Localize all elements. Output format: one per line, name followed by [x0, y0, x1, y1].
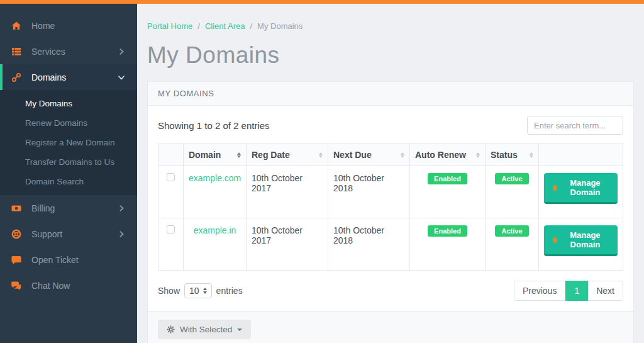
- breadcrumb-link-portal-home[interactable]: Portal Home: [147, 21, 192, 31]
- sidebar: Home Services Domains My Domains Renew D…: [0, 4, 137, 343]
- caret-down-icon: [237, 329, 242, 331]
- table-header-row: Domain Reg Date Next Due: [158, 144, 623, 166]
- submenu-item-my-domains[interactable]: My Domains: [0, 94, 137, 113]
- submenu-item-register-new-domain[interactable]: Register a New Domain: [0, 133, 137, 152]
- chevron-right-icon: [117, 204, 126, 213]
- main-content: Portal Home / Client Area / My Domains M…: [137, 4, 644, 343]
- table-row: example.com 10th October 2017 10th Octob…: [158, 166, 623, 218]
- breadcrumb: Portal Home / Client Area / My Domains: [147, 21, 634, 31]
- table-toolbar: Showing 1 to 2 of 2 entries: [158, 116, 623, 135]
- submenu-item-transfer-domains[interactable]: Transfer Domains to Us: [0, 152, 137, 172]
- domain-link[interactable]: example.com: [189, 173, 241, 183]
- page-title: My Domains: [147, 42, 634, 69]
- panel-header: MY DOMAINS: [148, 82, 633, 106]
- sidebar-item-label: Services: [31, 47, 65, 57]
- header-label: Next Due: [333, 150, 372, 160]
- sidebar-item-services[interactable]: Services: [0, 38, 137, 64]
- previous-page-button[interactable]: Previous: [514, 281, 565, 301]
- header-domain[interactable]: Domain: [184, 144, 247, 166]
- home-icon: [9, 21, 24, 31]
- header-next-due[interactable]: Next Due: [328, 144, 410, 166]
- panel-body: Showing 1 to 2 of 2 entries Domain Re: [148, 106, 633, 311]
- services-icon: [9, 47, 24, 57]
- chevron-right-icon: [117, 230, 126, 239]
- auto-renew-badge: Enabled: [428, 173, 467, 184]
- sort-icon: [401, 152, 404, 158]
- row-checkbox[interactable]: [167, 225, 175, 233]
- ticket-comment-icon: [9, 255, 24, 265]
- header-auto-renew[interactable]: Auto Renew: [410, 144, 486, 166]
- sidebar-item-label: Support: [31, 229, 62, 239]
- sidebar-item-home[interactable]: Home: [0, 13, 137, 38]
- header-actions: [539, 144, 623, 166]
- status-badge: Active: [495, 225, 528, 237]
- reg-date-cell: 10th October 2017: [247, 166, 328, 218]
- sidebar-item-label: Billing: [31, 203, 55, 213]
- sort-icon: [530, 152, 533, 158]
- chevron-right-icon: [117, 47, 126, 56]
- wrench-dot-icon: [553, 185, 557, 191]
- gear-icon: [167, 325, 175, 334]
- panel-footer: With Selected: [148, 311, 633, 343]
- sidebar-item-support[interactable]: Support: [0, 221, 137, 247]
- my-domains-panel: MY DOMAINS Showing 1 to 2 of 2 entries D…: [147, 81, 634, 343]
- domains-link-icon: [9, 72, 24, 82]
- sort-icon: [476, 152, 480, 158]
- chat-bubbles-icon: [9, 281, 24, 291]
- header-status[interactable]: Status: [486, 144, 539, 166]
- page-size-value: 10: [189, 286, 199, 296]
- breadcrumb-link-client-area[interactable]: Client Area: [205, 21, 245, 31]
- wrench-dot-icon: [553, 237, 557, 243]
- status-badge: Active: [495, 173, 528, 184]
- support-lifering-icon: [9, 229, 24, 239]
- chevron-down-icon: [117, 73, 126, 82]
- domains-table: Domain Reg Date Next Due: [158, 143, 623, 271]
- app-window: Home Services Domains My Domains Renew D…: [0, 4, 644, 343]
- next-due-cell: 10th October 2018: [328, 218, 410, 271]
- page-size-select[interactable]: 10: [184, 283, 212, 298]
- sidebar-item-label: Open Ticket: [31, 255, 79, 265]
- header-label: Status: [491, 150, 518, 160]
- breadcrumb-current: My Domains: [257, 21, 303, 31]
- next-page-button[interactable]: Next: [588, 281, 623, 301]
- manage-domain-label: Manage Domain: [562, 230, 609, 249]
- header-label: Auto Renew: [415, 150, 466, 160]
- submenu-item-label: My Domains: [25, 99, 72, 108]
- manage-domain-label: Manage Domain: [562, 178, 609, 197]
- sidebar-item-label: Domains: [31, 72, 66, 82]
- auto-renew-badge: Enabled: [428, 225, 467, 237]
- next-due-cell: 10th October 2018: [328, 166, 410, 218]
- submenu-item-renew-domains[interactable]: Renew Domains: [0, 113, 137, 133]
- sort-icon: [237, 152, 241, 158]
- manage-domain-button[interactable]: Manage Domain: [544, 225, 618, 256]
- pagination: Previous 1 Next: [514, 281, 623, 301]
- search-input[interactable]: [527, 116, 623, 135]
- table-footer-controls: Show 10 entries Previous 1 Next: [158, 281, 623, 301]
- show-entries-control: Show 10 entries: [158, 283, 243, 298]
- row-checkbox[interactable]: [167, 173, 175, 181]
- manage-domain-button[interactable]: Manage Domain: [544, 173, 618, 204]
- breadcrumb-separator: /: [197, 21, 200, 31]
- with-selected-label: With Selected: [180, 325, 232, 334]
- header-reg-date[interactable]: Reg Date: [247, 144, 328, 166]
- sidebar-item-label: Chat Now: [31, 281, 70, 291]
- stepper-arrows-icon: [203, 288, 207, 294]
- showing-entries-text: Showing 1 to 2 of 2 entries: [158, 120, 270, 131]
- domains-submenu: My Domains Renew Domains Register a New …: [0, 90, 137, 195]
- submenu-item-domain-search[interactable]: Domain Search: [0, 172, 137, 191]
- submenu-item-label: Register a New Domain: [25, 138, 115, 147]
- with-selected-button[interactable]: With Selected: [158, 320, 251, 339]
- sidebar-item-domains[interactable]: Domains: [0, 64, 137, 90]
- table-row: example.in 10th October 2017 10th Octobe…: [158, 218, 623, 271]
- domain-link[interactable]: example.in: [194, 225, 236, 235]
- sidebar-item-open-ticket[interactable]: Open Ticket: [0, 247, 137, 273]
- sidebar-item-chat-now[interactable]: Chat Now: [0, 273, 137, 298]
- billing-icon: [9, 203, 24, 213]
- header-label: Domain: [189, 150, 221, 160]
- submenu-item-label: Transfer Domains to Us: [25, 157, 114, 167]
- sort-icon: [319, 152, 323, 158]
- sidebar-item-billing[interactable]: Billing: [0, 195, 137, 221]
- breadcrumb-separator: /: [250, 21, 252, 31]
- page-number-button[interactable]: 1: [565, 281, 588, 301]
- entries-label: entries: [216, 286, 243, 296]
